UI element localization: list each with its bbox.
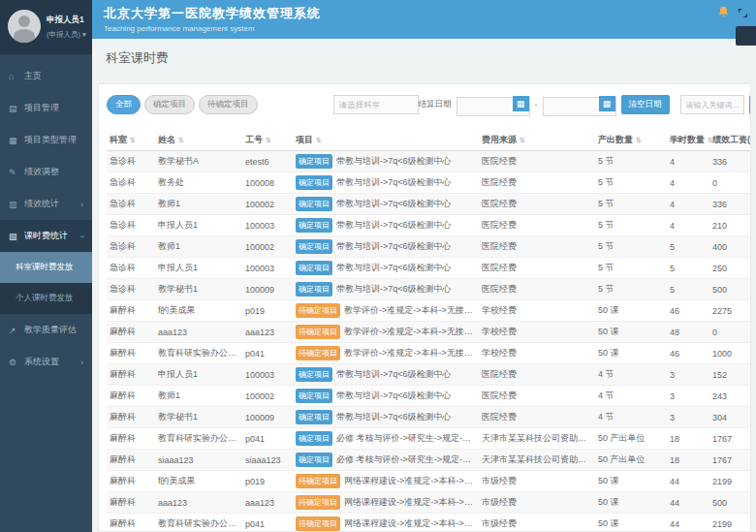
table-row[interactable]: 急诊科教师1100002确定项目带教与培训->7q<6级检测中心医院经费5 节4… xyxy=(107,194,751,215)
table-row[interactable]: 急诊科教学秘书Aetest6确定项目带教与培训->7q<6级检测中心医院经费5 … xyxy=(107,151,751,172)
project-status-button[interactable]: 确定项目 xyxy=(296,239,332,254)
dept-cell: 麻醉科 xyxy=(107,386,155,407)
calendar-icon[interactable]: ▦ xyxy=(599,96,615,111)
table-row[interactable]: 急诊科教师1100002确定项目带教与培训->7q<6级检测中心医院经费5 节5… xyxy=(107,236,751,258)
project-status-button[interactable]: 确定项目 xyxy=(296,175,332,190)
calendar-icon[interactable]: ▦ xyxy=(513,96,529,111)
sidebar-item[interactable]: ▥绩效统计› xyxy=(0,188,92,220)
project-name: 网络课程建设->准规定->本科->学员 xyxy=(344,518,479,528)
column-header[interactable]: 学时数量⇅ xyxy=(667,130,709,151)
filter-pill[interactable]: 全部 xyxy=(107,95,141,114)
table-row[interactable]: 麻醉科教育科研实验办公室Ap041待确定项目网络课程建设->准规定->本科->学… xyxy=(107,514,751,532)
table-row[interactable]: 麻醉科教师1100002确定项目带教与培训->7q<6级检测中心医院经费4 节3… xyxy=(107,386,751,407)
project-cell: 待确定项目网络课程建设->准规定->本科->学员 xyxy=(293,471,479,492)
name-cell: aaa123 xyxy=(155,322,242,343)
sort-icon[interactable]: ⇅ xyxy=(520,137,525,143)
sort-icon[interactable]: ⇅ xyxy=(130,137,136,143)
name-cell: aaa123 xyxy=(155,492,242,514)
sidebar-item[interactable]: ▧课时费统计› xyxy=(0,220,92,252)
header-flyout[interactable] xyxy=(736,26,756,46)
output-qty-cell: 5 节 xyxy=(595,236,667,258)
column-header[interactable]: 绩效工资(元)⇅ xyxy=(709,130,751,151)
project-status-button[interactable]: 确定项目 xyxy=(296,453,332,467)
project-status-button[interactable]: 待确定项目 xyxy=(296,325,340,339)
status-filter-pills: 全部确定项目待确定项目 xyxy=(107,95,258,114)
sidebar: 申报人员1 (申报人员) ▾ ⌂主页▤项目管理▦项目类型管理✎绩效调整▥绩效统计… xyxy=(0,0,92,532)
column-header[interactable]: 费用来源⇅ xyxy=(479,130,595,151)
table-row[interactable]: 麻醉科申报人员1100003确定项目带教与培训->7q<6级检测中心医院经费4 … xyxy=(107,364,751,386)
clear-date-button[interactable]: 清空日期 xyxy=(621,95,670,114)
project-status-button[interactable]: 确定项目 xyxy=(296,367,332,382)
project-status-button[interactable]: 待确定项目 xyxy=(296,516,340,531)
sidebar-item[interactable]: ⚙系统设置› xyxy=(0,346,92,378)
column-header[interactable]: 产出数量⇅ xyxy=(595,130,667,151)
column-header[interactable]: 姓名⇅ xyxy=(155,130,242,151)
sidebar-subitem[interactable]: 个人课时费发放 xyxy=(0,283,92,314)
pay-cell: 1000 xyxy=(709,343,751,364)
table-row[interactable]: 麻醉科aaa123aaa123待确定项目网络课程建设->准规定->本科->学员市… xyxy=(107,492,751,514)
hours-cell: 3 xyxy=(667,386,709,407)
project-status-button[interactable]: 待确定项目 xyxy=(296,495,340,510)
project-name: 带教与培训->7q<6级检测中心 xyxy=(336,156,452,166)
project-status-button[interactable]: 确定项目 xyxy=(296,431,332,446)
table-row[interactable]: 麻醉科aaa123aaa123待确定项目教学评价->准规定->本科->无接受人学… xyxy=(107,322,751,343)
table-row[interactable]: 急诊科申报人员1100003确定项目带教与培训->7q<6级检测中心医院经费5 … xyxy=(107,215,751,236)
search-button[interactable]: 搜索 xyxy=(749,95,752,114)
filter-pill[interactable]: 确定项目 xyxy=(144,95,195,114)
column-header[interactable]: 项目⇅ xyxy=(293,130,479,151)
project-status-button[interactable]: 确定项目 xyxy=(296,282,332,297)
project-name: 带教与培训->7q<6级检测中心 xyxy=(336,177,452,187)
project-status-button[interactable]: 待确定项目 xyxy=(296,474,340,488)
sidebar-item[interactable]: ✎绩效调整 xyxy=(0,156,92,188)
search-input[interactable] xyxy=(680,95,744,114)
sidebar-item[interactable]: ↗教学质量评估 xyxy=(0,314,92,346)
project-status-button[interactable]: 确定项目 xyxy=(296,389,332,403)
fee-source-cell: 医院经费 xyxy=(479,151,595,172)
project-cell: 确定项目带教与培训->7q<6级检测中心 xyxy=(293,386,479,407)
sort-icon[interactable]: ⇅ xyxy=(636,137,642,143)
table-row[interactable]: 急诊科申报人员1100003确定项目带教与培训->7q<6级检测中心医院经费5 … xyxy=(107,258,751,279)
filter-pill[interactable]: 待确定项目 xyxy=(199,95,258,114)
table-row[interactable]: 麻醉科教育科研实验办公室Ap041确定项目必修 考核与评价->研究生->规定->… xyxy=(107,428,751,450)
fee-source-cell: 医院经费 xyxy=(479,407,595,428)
sort-icon[interactable]: ⇅ xyxy=(316,137,322,143)
hours-cell: 5 xyxy=(667,236,709,258)
table-row[interactable]: 麻醉科siaaa123siaaa123确定项目必修 考核与评价->研究生->规定… xyxy=(107,450,751,471)
column-header[interactable]: 工号⇅ xyxy=(242,130,293,151)
department-select-input[interactable] xyxy=(333,95,419,114)
project-status-button[interactable]: 确定项目 xyxy=(296,218,332,233)
table-header-row: 科室⇅姓名⇅工号⇅项目⇅费用来源⇅产出数量⇅学时数量⇅绩效工资(元)⇅结算日期⇅ xyxy=(107,130,751,151)
app-subtitle: Teaching performance management system xyxy=(104,24,746,33)
expand-icon[interactable] xyxy=(738,5,748,22)
fee-source-cell: 市级经费 xyxy=(479,492,595,514)
table-row[interactable]: 麻醉科f的美成果p019待确定项目教学评价->准规定->本科->无接受人学校经费… xyxy=(107,300,751,322)
sort-icon[interactable]: ⇅ xyxy=(266,137,271,143)
hours-cell: 4 xyxy=(667,194,709,215)
project-status-button[interactable]: 待确定项目 xyxy=(296,346,340,360)
sort-icon[interactable]: ⇅ xyxy=(178,137,184,143)
project-status-button[interactable]: 确定项目 xyxy=(296,261,332,275)
project-name: 带教与培训->7q<6级检测中心 xyxy=(336,263,452,272)
dept-cell: 急诊科 xyxy=(107,151,155,172)
bell-icon[interactable] xyxy=(717,5,730,22)
sidebar-item[interactable]: ▤项目管理 xyxy=(0,92,92,124)
table-row[interactable]: 麻醉科f的美成果p019待确定项目网络课程建设->准规定->本科->学员市级经费… xyxy=(107,471,751,492)
project-status-button[interactable]: 确定项目 xyxy=(296,154,332,169)
pay-cell: 2199 xyxy=(709,471,751,492)
hours-cell: 4 xyxy=(667,151,709,172)
table-row[interactable]: 急诊科教学秘书1100009确定项目带教与培训->7q<6级检测中心医院经费5 … xyxy=(107,279,751,300)
column-header[interactable]: 科室⇅ xyxy=(107,130,155,151)
table-row[interactable]: 麻醉科教学秘书1100009确定项目带教与培训->7q<6级检测中心医院经费4 … xyxy=(107,407,751,428)
sidebar-item[interactable]: ▦项目类型管理 xyxy=(0,124,92,156)
table-row[interactable]: 麻醉科教育科研实验办公室Ap041待确定项目教学评价->准规定->本科->无接受… xyxy=(107,343,751,364)
output-qty-cell: 50 课 xyxy=(595,300,667,322)
user-role-dropdown[interactable]: (申报人员) ▾ xyxy=(47,30,86,40)
table-row[interactable]: 急诊科教务处100008确定项目带教与培训->7q<6级检测中心医院经费5 节4… xyxy=(107,172,751,194)
sidebar-item[interactable]: ⌂主页 xyxy=(0,60,92,92)
employee-id-cell: p019 xyxy=(242,471,293,492)
sidebar-subitem[interactable]: 科室课时费发放 xyxy=(0,252,92,283)
project-status-button[interactable]: 待确定项目 xyxy=(296,303,340,318)
project-name: 网络课程建设->准规定->本科->学员 xyxy=(344,497,479,507)
project-status-button[interactable]: 确定项目 xyxy=(296,410,332,424)
project-status-button[interactable]: 确定项目 xyxy=(296,197,332,211)
